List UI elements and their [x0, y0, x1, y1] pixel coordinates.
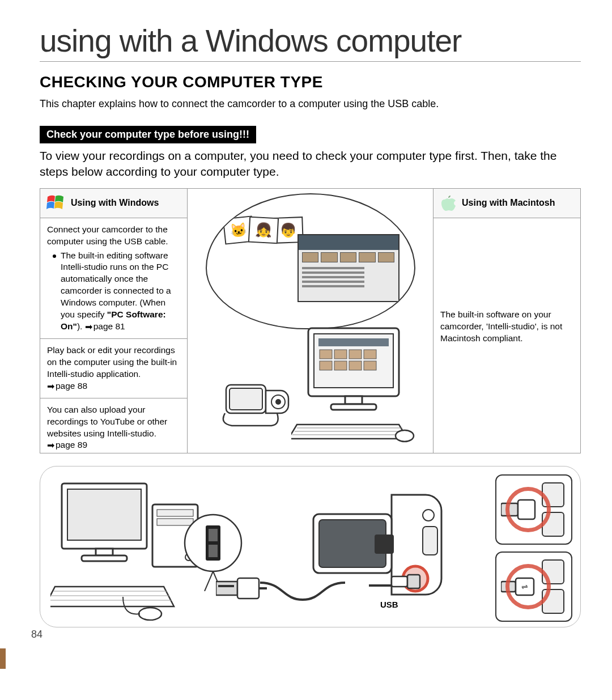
- windows-logo-icon: [46, 193, 65, 213]
- mac-header-label: Using with Macintosh: [462, 198, 555, 208]
- svg-rect-13: [349, 361, 362, 370]
- port-callouts: ⇌: [495, 474, 572, 622]
- svg-rect-7: [320, 350, 332, 359]
- windows-column: Using with Windows Connect your camcorde…: [40, 189, 188, 453]
- svg-rect-15: [345, 396, 362, 404]
- photo-stack-icon: 🐱 👧 👦: [224, 217, 299, 243]
- svg-rect-42: [375, 534, 394, 554]
- section-heading: CHECKING YOUR COMPUTER TYPE: [40, 73, 581, 91]
- port-card-top: [495, 474, 572, 545]
- windows-step-3-text: You can also upload your recordings to Y…: [47, 405, 167, 438]
- mac-header: Using with Macintosh: [434, 189, 580, 218]
- svg-rect-10: [364, 350, 376, 359]
- page-number: 84: [31, 629, 42, 640]
- svg-rect-35: [209, 529, 218, 541]
- do-not-use-icon: [505, 487, 551, 532]
- warning-description: To view your recordings on a computer, y…: [40, 148, 581, 180]
- svg-rect-9: [349, 350, 362, 359]
- svg-rect-12: [334, 361, 347, 370]
- svg-point-3: [275, 399, 281, 405]
- windows-step-2: Play back or edit your recordings on the…: [40, 339, 187, 398]
- windows-step-1-bullet: The built-in editing software Intelli-st…: [61, 250, 180, 333]
- svg-rect-22: [67, 489, 141, 540]
- bullet-icon: [53, 254, 56, 258]
- apple-logo-icon: [439, 193, 456, 213]
- svg-rect-38: [218, 585, 234, 587]
- mac-column: Using with Macintosh The built-in softwa…: [433, 189, 580, 453]
- warning-banner: Check your computer type before using!!!: [40, 126, 256, 143]
- page-ref-88-text: page 88: [56, 381, 87, 391]
- camcorder-icon: [222, 374, 295, 430]
- svg-rect-23: [96, 549, 113, 555]
- camcorder-large-icon: USB: [307, 483, 454, 614]
- windows-step-1: Connect your camcorder to the computer u…: [40, 218, 187, 339]
- usb-label: USB: [380, 600, 398, 609]
- center-illustration: 🐱 👧 👦: [188, 189, 433, 453]
- usb-a-plug-icon: [216, 571, 267, 605]
- page-ref-89-text: page 89: [56, 440, 87, 449]
- windows-header-label: Using with Windows: [71, 198, 159, 208]
- page-ref-88: ➡page 88: [47, 381, 87, 391]
- svg-point-20: [396, 430, 414, 442]
- svg-rect-37: [216, 582, 237, 595]
- svg-rect-16: [331, 404, 376, 410]
- mac-note: The built-in software on your camcorder,…: [434, 218, 580, 350]
- svg-rect-36: [209, 545, 218, 557]
- svg-rect-46: [392, 576, 407, 587]
- thought-bubble-icon: 🐱 👧 👦: [206, 193, 415, 329]
- section-tab-icon: [0, 648, 6, 669]
- intro-text: This chapter explains how to connect the…: [40, 98, 581, 110]
- windows-step-3: You can also upload your recordings to Y…: [40, 398, 187, 457]
- windows-step-1-bullet-pre: The built-in editing software Intelli-st…: [61, 251, 171, 320]
- svg-point-43: [423, 510, 434, 521]
- svg-rect-11: [320, 361, 332, 370]
- windows-step-1-lead: Connect your camcorder to the computer u…: [47, 224, 180, 248]
- svg-rect-14: [364, 361, 376, 370]
- page-ref-81: ➡page 81: [85, 321, 125, 331]
- svg-point-32: [139, 608, 162, 620]
- os-comparison-table: Using with Windows Connect your camcorde…: [40, 188, 581, 453]
- port-card-bottom: ⇌: [495, 551, 572, 622]
- svg-rect-44: [423, 527, 437, 555]
- svg-rect-8: [334, 350, 347, 359]
- desktop-monitor-icon: [291, 323, 416, 447]
- svg-rect-6: [318, 338, 389, 346]
- page-title: using with a Windows computer: [40, 23, 581, 62]
- windows-step-2-text: Play back or edit your recordings on the…: [47, 345, 177, 379]
- svg-rect-1: [230, 388, 262, 410]
- windows-step-1-bullet-post: ).: [77, 321, 85, 331]
- page-ref-81-text: page 81: [94, 321, 125, 331]
- do-not-use-icon: [505, 564, 551, 609]
- windows-header: Using with Windows: [40, 189, 187, 218]
- connection-diagram: USB ⇌: [40, 466, 581, 627]
- svg-rect-47: [407, 575, 420, 588]
- page-ref-89: ➡page 89: [47, 440, 87, 449]
- svg-rect-24: [82, 555, 127, 561]
- svg-rect-39: [237, 578, 259, 599]
- app-window-icon: [298, 234, 400, 302]
